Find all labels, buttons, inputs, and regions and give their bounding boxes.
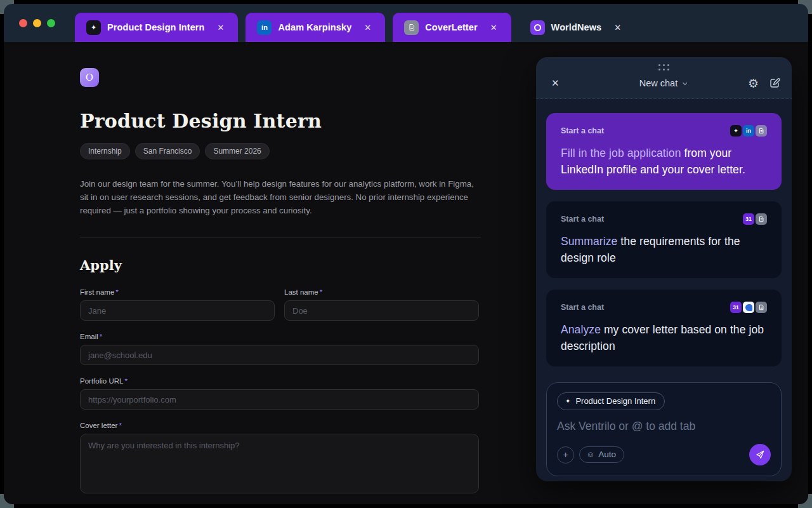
- card-source-icons: ✦ in: [729, 125, 767, 137]
- card-source-icons: 31: [729, 302, 767, 313]
- required-marker: *: [119, 422, 121, 429]
- company-logo: O: [80, 68, 99, 87]
- tab-label: CoverLetter: [425, 22, 478, 32]
- email-group: Email*: [80, 333, 479, 365]
- cover-letter-label: Cover letter*: [80, 422, 479, 429]
- close-panel-icon[interactable]: ✕: [547, 75, 563, 91]
- context-chip-label: Product Design Intern: [575, 396, 655, 406]
- application-form: First name* Last name* Email*: [80, 288, 479, 496]
- chat-selector[interactable]: New chat: [639, 78, 688, 88]
- calendar-icon: 31: [730, 302, 742, 313]
- tag-location: San Francisco: [135, 143, 200, 159]
- chat-title: New chat: [639, 78, 678, 88]
- globe-icon: [530, 20, 545, 35]
- smiley-icon: ☺: [586, 450, 594, 458]
- tab-label: WorldNews: [551, 22, 602, 32]
- close-tab-icon[interactable]: ✕: [612, 22, 624, 34]
- window-controls: [19, 19, 55, 27]
- document-icon: [404, 20, 419, 35]
- card-text: Fill in the job application from your Li…: [561, 145, 767, 178]
- linkedin-icon: in: [743, 125, 754, 137]
- panel-body: Start a chat ✦ in Fill in the job applic…: [536, 99, 792, 481]
- composer-controls: + ☺ Auto: [557, 444, 771, 465]
- card-eyebrow: Start a chat: [561, 126, 604, 135]
- new-chat-compose-icon[interactable]: [769, 77, 780, 89]
- job-posting: O Product Design Intern Internship San F…: [80, 42, 481, 504]
- message-input[interactable]: Ask Ventrilo or @ to add tab: [557, 420, 771, 433]
- document-icon: [756, 125, 767, 137]
- required-marker: *: [100, 333, 102, 340]
- panel-header: ✕ New chat ⚙: [536, 57, 792, 99]
- document-icon: [756, 302, 767, 313]
- last-name-label: Last name*: [284, 288, 479, 296]
- tab-coverletter[interactable]: CoverLetter ✕: [393, 13, 511, 42]
- close-tab-icon[interactable]: ✕: [215, 22, 227, 34]
- context-tab-chip[interactable]: ✦ Product Design Intern: [557, 392, 665, 410]
- first-name-label: First name*: [80, 288, 275, 296]
- portfolio-group: Portfolio URL*: [80, 377, 479, 410]
- tab-product-design-intern[interactable]: ✦ Product Design Intern ✕: [75, 13, 238, 42]
- zoom-window-button[interactable]: [47, 19, 55, 27]
- tag-internship: Internship: [80, 143, 130, 159]
- browser-window: ✦ Product Design Intern ✕ in Adam Karpin…: [4, 4, 808, 504]
- tab-label: Adam Karpinsky: [278, 22, 351, 32]
- page-title: Product Design Intern: [80, 110, 481, 132]
- first-name-field[interactable]: [80, 300, 275, 321]
- tab-adam-karpinsky[interactable]: in Adam Karpinsky ✕: [246, 13, 385, 42]
- document-icon: [756, 213, 767, 225]
- card-eyebrow: Start a chat: [561, 215, 604, 224]
- sparkle-icon: ✦: [730, 125, 742, 137]
- portfolio-url-field[interactable]: [80, 389, 479, 410]
- job-tags: Internship San Francisco Summer 2026: [80, 143, 481, 159]
- close-tab-icon[interactable]: ✕: [362, 22, 374, 34]
- attach-plus-button[interactable]: +: [557, 446, 574, 464]
- portfolio-label: Portfolio URL*: [80, 377, 479, 385]
- calendar-icon: 31: [743, 213, 754, 225]
- email-field[interactable]: [80, 345, 479, 365]
- tab-bar: ✦ Product Design Intern ✕ in Adam Karpin…: [4, 4, 808, 42]
- section-divider: [80, 237, 481, 237]
- job-description: Join our design team for the summer. You…: [80, 177, 478, 217]
- send-button[interactable]: [749, 444, 771, 465]
- required-marker: *: [115, 288, 118, 296]
- minimize-window-button[interactable]: [33, 19, 41, 27]
- auto-mode-button[interactable]: ☺ Auto: [579, 446, 624, 463]
- sparkle-icon: ✦: [565, 398, 570, 404]
- chat-bubble-icon: [743, 302, 754, 313]
- last-name-field[interactable]: [284, 300, 479, 321]
- settings-gear-icon[interactable]: ⚙: [748, 77, 759, 90]
- page-viewport: O Product Design Intern Internship San F…: [4, 42, 808, 504]
- drag-handle-icon[interactable]: [658, 64, 670, 71]
- email-label: Email*: [80, 333, 479, 340]
- apply-heading: Apply: [80, 257, 481, 273]
- tab-strip: ✦ Product Design Intern ✕ in Adam Karpin…: [75, 13, 635, 42]
- tab-label: Product Design Intern: [107, 22, 205, 32]
- auto-label: Auto: [598, 450, 616, 459]
- suggestion-card-fill-application[interactable]: Start a chat ✦ in Fill in the job applic…: [546, 113, 782, 190]
- chat-composer[interactable]: ✦ Product Design Intern Ask Ventrilo or …: [546, 382, 782, 476]
- tab-worldnews[interactable]: WorldNews ✕: [519, 13, 636, 42]
- assistant-panel: ✕ New chat ⚙: [536, 57, 792, 481]
- chevron-down-icon: [681, 80, 688, 87]
- linkedin-icon: in: [257, 20, 272, 35]
- card-eyebrow: Start a chat: [561, 303, 604, 312]
- cover-letter-group: Cover letter*: [80, 422, 479, 496]
- required-marker: *: [124, 377, 127, 385]
- card-text: Summarize the requirements for the desig…: [561, 233, 767, 266]
- close-window-button[interactable]: [19, 19, 27, 27]
- card-text: Analyze my cover letter based on the job…: [561, 321, 767, 354]
- suggestion-card-analyze[interactable]: Start a chat 31 Analyze my cover letter …: [546, 290, 782, 366]
- suggestion-card-summarize[interactable]: Start a chat 31 Summarize the requiremen…: [546, 201, 782, 278]
- last-name-group: Last name*: [284, 288, 479, 321]
- close-tab-icon[interactable]: ✕: [488, 22, 500, 34]
- required-marker: *: [320, 288, 322, 296]
- sparkle-icon: ✦: [86, 20, 101, 35]
- cover-letter-field[interactable]: [80, 434, 479, 493]
- first-name-group: First name*: [80, 288, 275, 321]
- tag-season: Summer 2026: [205, 143, 269, 159]
- card-source-icons: 31: [742, 213, 767, 225]
